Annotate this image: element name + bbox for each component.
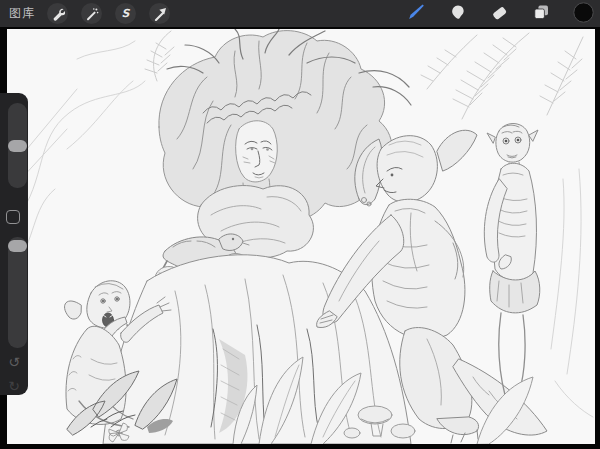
undo-icon: ↺ — [8, 354, 20, 370]
layers-icon — [532, 3, 551, 25]
erase-button[interactable] — [489, 3, 510, 24]
color-button[interactable] — [573, 3, 594, 24]
redo-button[interactable]: ↻ — [0, 377, 28, 395]
selections-button[interactable]: S — [115, 3, 136, 24]
drawing-canvas[interactable] — [7, 29, 595, 444]
layers-button[interactable] — [531, 3, 552, 24]
artwork-sketch — [7, 29, 595, 444]
paint-tools-group — [405, 0, 594, 27]
top-toolbar: 图库 S — [0, 0, 600, 27]
smudge-button[interactable] — [447, 3, 468, 24]
paint-brush-button[interactable] — [405, 3, 426, 24]
gallery-button[interactable]: 图库 — [9, 5, 35, 22]
artwork-goblin-right — [484, 124, 539, 396]
undo-button[interactable]: ↺ — [0, 353, 28, 371]
opacity-slider[interactable] — [8, 237, 27, 348]
color-swatch-icon — [573, 2, 594, 26]
adjustments-button[interactable] — [81, 3, 102, 24]
wrench-icon — [51, 7, 65, 21]
redo-icon: ↻ — [8, 378, 20, 394]
magic-wand-icon — [85, 7, 99, 21]
actions-button[interactable] — [47, 3, 68, 24]
smudge-icon — [448, 3, 467, 25]
brush-size-slider[interactable] — [8, 103, 27, 188]
s-icon: S — [122, 8, 130, 19]
brush-icon — [406, 2, 426, 25]
modify-button[interactable] — [6, 210, 20, 224]
opacity-handle[interactable] — [8, 240, 27, 252]
brush-size-handle[interactable] — [8, 140, 27, 152]
procreate-window: 图库 S — [0, 0, 600, 449]
brush-sidebar: ↺ ↻ — [0, 93, 28, 395]
transform-button[interactable] — [149, 3, 170, 24]
eraser-icon — [490, 3, 509, 25]
move-arrow-icon — [153, 7, 167, 21]
